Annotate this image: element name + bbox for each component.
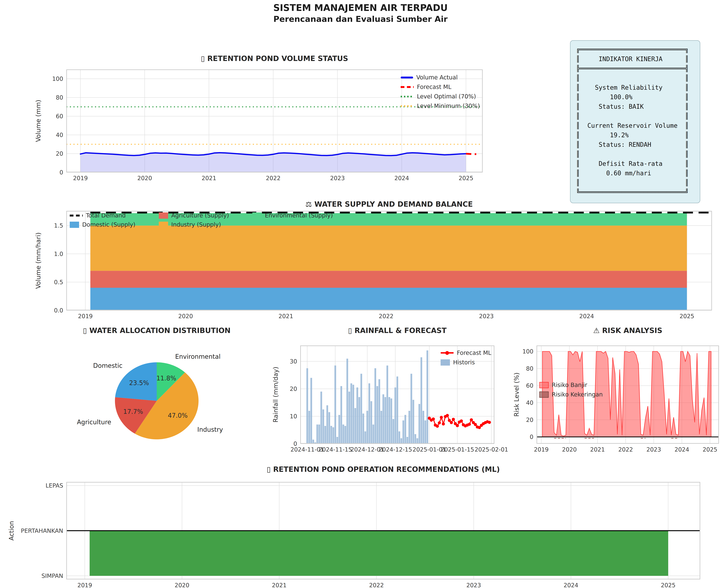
- y-tick-label: SIMPAN: [41, 572, 63, 579]
- y-tick-label: 40: [526, 399, 533, 406]
- legend-label: Environmental (Supply): [265, 212, 333, 219]
- legend-label: Domestic (Supply): [82, 221, 135, 228]
- y-tick-label: 0: [59, 169, 63, 176]
- x-tick-label: 2024: [564, 582, 578, 588]
- rainfall-legend: Forecast MLHistoris: [441, 350, 491, 366]
- legend-item: Historis: [441, 359, 491, 366]
- legend-item: Level Optimal (70%): [401, 93, 480, 100]
- x-tick-label: 2024-11-15: [318, 446, 352, 453]
- kpi-panel: ╔════════════════════════════╗ ║ INDIKAT…: [570, 40, 700, 203]
- legend-label: Historis: [453, 359, 475, 366]
- action-ylabel: Action: [8, 521, 15, 541]
- rain-bar: [425, 420, 426, 444]
- rain-bar: [403, 420, 404, 444]
- allocation-chart-title: ▯ WATER ALLOCATION DISTRIBUTION: [67, 326, 247, 335]
- legend-swatch: [441, 359, 450, 365]
- rainfall-chart: Rainfall (mm/day) Forecast MLHistoris 20…: [300, 345, 494, 444]
- x-tick-label: 2025-02-01: [474, 446, 508, 453]
- legend-item: Volume Actual: [401, 74, 480, 81]
- rain-bar: [421, 357, 422, 444]
- legend-item: Level Minimum (30%): [401, 103, 480, 109]
- rain-bar: [373, 424, 374, 444]
- rain-forecast-marker: [450, 421, 453, 424]
- y-tick-label: 100: [52, 76, 63, 82]
- legend-item: Forecast ML: [441, 350, 491, 356]
- x-tick-label: 2020: [137, 175, 152, 182]
- rain-bar: [306, 368, 308, 444]
- x-tick-label: 2021: [590, 446, 605, 453]
- rain-bar: [388, 397, 390, 444]
- legend-marker-dot: [445, 351, 449, 355]
- rain-bar: [328, 412, 330, 444]
- rain-bar: [377, 386, 378, 444]
- pie-label: Agriculture: [77, 418, 111, 426]
- legend-swatch: [539, 392, 549, 398]
- supply-layer: [90, 288, 687, 310]
- x-tick-label: 2024: [675, 446, 689, 453]
- rain-bar: [368, 383, 370, 444]
- legend-label: Level Optimal (70%): [417, 93, 476, 100]
- allocation-pie-canvas: Environmental11.8%Industry47.0%Agricultu…: [67, 338, 247, 459]
- rain-forecast-marker: [456, 424, 459, 427]
- y-tick-label: 80: [56, 94, 63, 101]
- rain-bar: [344, 426, 346, 444]
- x-tick-label: 2025: [703, 446, 717, 453]
- x-tick-label: 2024: [579, 313, 594, 320]
- rain-bar: [334, 365, 336, 444]
- y-tick-label: 1.5: [54, 222, 63, 229]
- rain-bar: [331, 426, 332, 444]
- legend-item: Agriculture (Supply): [159, 212, 229, 219]
- rainfall-chart-title: ▯ RAINFALL & FORECAST: [300, 326, 494, 335]
- x-tick-label: 2021: [202, 175, 216, 182]
- page-subtitle: Perencanaan dan Evaluasi Sumber Air: [0, 14, 721, 24]
- supply-layer: [90, 271, 687, 288]
- pie-label: Industry: [197, 426, 223, 433]
- legend-label: Agriculture (Supply): [171, 212, 229, 219]
- rain-forecast-marker: [488, 421, 491, 424]
- x-tick-label: 2019: [78, 313, 93, 320]
- x-tick-label: 2023: [330, 175, 345, 182]
- legend-label: Level Minimum (30%): [417, 103, 480, 109]
- x-tick-label: 2025: [680, 313, 694, 320]
- x-tick-label: 2020: [178, 313, 193, 320]
- legend-column: Environmental (Supply): [252, 212, 333, 219]
- rain-bar: [326, 405, 328, 444]
- rain-bar: [318, 424, 320, 444]
- rain-bar: [408, 411, 410, 444]
- x-tick-label: 2022: [379, 313, 394, 320]
- y-tick-label: 20: [56, 150, 63, 157]
- pie-label: Environmental: [175, 353, 220, 360]
- legend-label: Forecast ML: [417, 84, 451, 90]
- x-tick-label: 2019: [73, 175, 88, 182]
- legend-swatch: [401, 77, 413, 79]
- legend-swatch: [70, 215, 83, 216]
- x-tick-label: 2021: [272, 582, 287, 588]
- rain-bar: [419, 404, 420, 444]
- rain-forecast-marker: [436, 424, 439, 428]
- y-tick-label: 60: [56, 113, 63, 120]
- rain-bar: [382, 394, 384, 444]
- rain-bar: [370, 401, 372, 444]
- rainfall-ylabel: Rainfall (mm/day): [272, 367, 279, 422]
- x-tick-label: 2023: [479, 313, 494, 320]
- rain-bar: [358, 397, 360, 444]
- pie-pct-label: 17.7%: [123, 408, 143, 415]
- y-tick-label: 80: [526, 365, 533, 372]
- legend-item: Risiko Kekeringan: [539, 391, 603, 398]
- rain-bar: [401, 438, 402, 444]
- legend-label: Risiko Banjir: [552, 382, 587, 388]
- rain-bar: [356, 387, 358, 444]
- legend-swatch: [401, 105, 414, 107]
- x-tick-label: 2023: [466, 582, 481, 588]
- rain-bar: [384, 397, 386, 444]
- supply-layer: [90, 226, 687, 271]
- rain-bar: [390, 399, 392, 444]
- y-tick-label: 0: [293, 440, 297, 447]
- y-tick-label: 0.0: [54, 307, 63, 314]
- rain-bar: [336, 437, 338, 444]
- rain-forecast-marker: [468, 423, 471, 426]
- legend-swatch: [401, 96, 414, 97]
- x-tick-label: 2019: [77, 582, 92, 588]
- legend-label: Risiko Kekeringan: [552, 391, 603, 398]
- rain-bar: [417, 438, 418, 444]
